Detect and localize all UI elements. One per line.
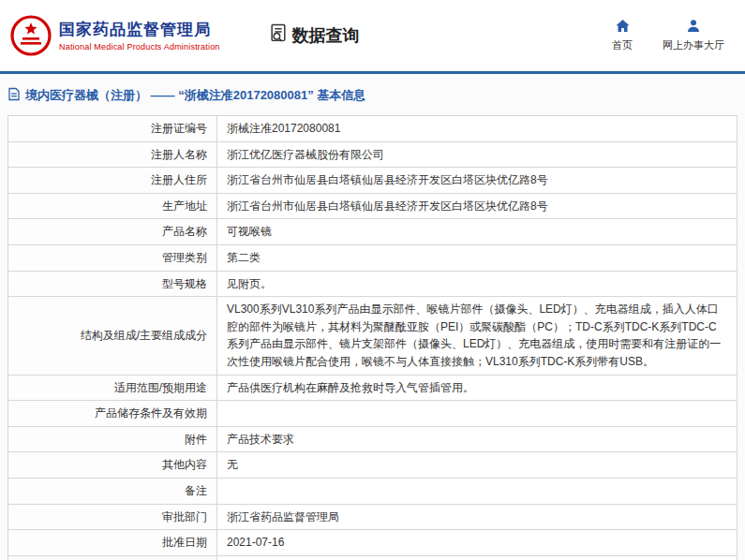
org-name-en: National Medical Products Administration (59, 42, 220, 52)
row-label-text: 产品储存条件及有效期 (95, 406, 207, 420)
row-label-text: 批准日期 (162, 536, 207, 549)
table-row: 注册人住所浙江省台州市仙居县白塔镇仙居县经济开发区白塔区块优亿路8号 (8, 168, 738, 194)
row-label-text: 注册人住所 (151, 173, 207, 186)
document-icon (7, 87, 21, 104)
row-label: 产品储存条件及有效期 (8, 401, 217, 427)
info-table: 注册证编号浙械注准20172080081注册人名称浙江优亿医疗器械股份有限公司注… (7, 115, 738, 560)
row-label: 结构及组成/主要组成成分 (8, 297, 217, 375)
row-value: 2021-07-16 (217, 555, 738, 560)
row-label: 型号规格 (8, 271, 217, 297)
org-name: 国家药品监督管理局 (59, 20, 220, 39)
row-label-text: 附件 (185, 433, 207, 446)
table-row: 备注 (8, 478, 738, 504)
row-label-text: 生产地址 (162, 199, 207, 213)
row-label-text: 其他内容 (162, 458, 207, 471)
top-nav: 首页 网上办事大厅 (606, 19, 724, 52)
table-row: 注册证编号浙械注准20172080081 (8, 116, 738, 142)
row-label: 审批部门 (8, 504, 217, 530)
data-query-icon (269, 23, 289, 48)
row-value: 可视喉镜 (217, 219, 738, 245)
nav-home-label: 首页 (612, 38, 633, 52)
row-label: 备注 (8, 478, 217, 504)
info-table-body: 注册证编号浙械注准20172080081注册人名称浙江优亿医疗器械股份有限公司注… (8, 116, 738, 560)
row-label: 附件 (8, 426, 217, 452)
table-row: 结构及组成/主要组成成分VL300系列VL310系列产品由显示部件、喉镜片部件（… (8, 297, 738, 375)
row-value: 产品技术要求 (217, 426, 738, 452)
row-value: 产品供医疗机构在麻醉及抢救时导入气管插管用。 (217, 375, 738, 401)
site-header: 国家药品监督管理局 National Medical Products Admi… (0, 0, 745, 71)
row-value: 无 (217, 452, 738, 479)
row-value: 浙江省台州市仙居县白塔镇仙居县经济开发区白塔区块优亿路8号 (217, 168, 738, 194)
table-row: 型号规格见附页。 (8, 271, 738, 297)
table-row: 产品名称可视喉镜 (8, 219, 738, 245)
row-label-text: 适用范围/预期用途 (114, 381, 207, 394)
row-label-text: 产品名称 (162, 225, 207, 238)
row-value: 浙江省药品监督管理局 (217, 504, 738, 530)
table-row: 注册人名称浙江优亿医疗器械股份有限公司 (8, 141, 738, 168)
row-label: 适用范围/预期用途 (8, 375, 217, 401)
row-value: 浙江优亿医疗器械股份有限公司 (217, 141, 738, 168)
row-value (217, 478, 738, 504)
row-value (217, 401, 738, 427)
row-label: 管理类别 (8, 244, 217, 271)
row-label: 注册证编号 (8, 116, 217, 142)
row-value: 浙械注准20172080081 (217, 116, 738, 142)
row-value: 浙江省台州市仙居县白塔镇仙居县经济开发区白塔区块优亿路8号 (217, 193, 738, 219)
row-label-text: 注册证编号 (151, 122, 207, 135)
nav-service-hall[interactable]: 网上办事大厅 (663, 19, 724, 52)
page-title-text: 境内医疗器械（注册） —— “浙械注准20172080081” 基本信息 (25, 87, 365, 104)
row-label-text: 备注 (185, 484, 207, 497)
row-label: 生效日期 (8, 555, 217, 560)
row-label: 注册人名称 (8, 141, 217, 168)
page-title: 境内医疗器械（注册） —— “浙械注准20172080081” 基本信息 (7, 87, 738, 104)
table-row: 生产地址浙江省台州市仙居县白塔镇仙居县经济开发区白塔区块优亿路8号 (8, 193, 738, 219)
table-row: 管理类别第二类 (8, 244, 738, 271)
table-row: 生效日期2021-07-16 (8, 555, 738, 560)
row-label-text: 型号规格 (162, 277, 207, 290)
row-label: 生产地址 (8, 193, 217, 219)
table-row: 产品储存条件及有效期 (8, 401, 738, 427)
row-label-text: 注册人名称 (151, 148, 207, 161)
nav-data-query[interactable]: 数据查询 (269, 23, 360, 48)
row-label: 注册人住所 (8, 168, 217, 194)
table-row: 附件产品技术要求 (8, 426, 738, 452)
row-label: 其他内容 (8, 452, 217, 479)
row-label: 产品名称 (8, 219, 217, 245)
person-icon (686, 19, 701, 36)
table-row: 审批部门浙江省药品监督管理局 (8, 504, 738, 530)
row-label: 批准日期 (8, 530, 217, 556)
row-value: 见附页。 (217, 271, 738, 297)
home-icon (615, 19, 631, 36)
org-title-block: 国家药品监督管理局 National Medical Products Admi… (59, 20, 220, 51)
data-query-label: 数据查询 (292, 24, 360, 47)
table-row: 批准日期2021-07-16 (8, 530, 738, 556)
table-row: 适用范围/预期用途产品供医疗机构在麻醉及抢救时导入气管插管用。 (8, 375, 738, 401)
row-label-text: 审批部门 (162, 510, 207, 523)
row-value: 第二类 (217, 244, 738, 271)
row-label-text: 管理类别 (162, 251, 207, 264)
table-row: 其他内容无 (8, 452, 738, 479)
row-value: 2021-07-16 (217, 530, 738, 556)
nav-service-hall-label: 网上办事大厅 (663, 38, 724, 52)
row-value: VL300系列VL310系列产品由显示部件、喉镜片部件（摄像头、LED灯）、充电… (217, 297, 738, 375)
nav-home[interactable]: 首页 (606, 19, 638, 52)
row-label-text: 结构及组成/主要组成成分 (81, 329, 207, 342)
main-content: 境内医疗器械（注册） —— “浙械注准20172080081” 基本信息 注册证… (0, 74, 745, 560)
national-emblem-icon (9, 13, 52, 58)
